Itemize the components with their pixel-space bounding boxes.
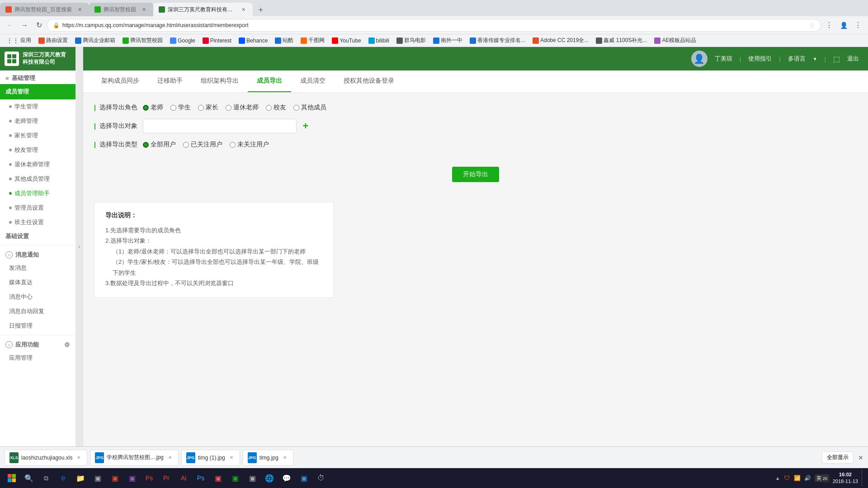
class-leader-item[interactable]: 班主任设置 — [0, 215, 75, 230]
taskbar-app5[interactable]: ▣ — [124, 470, 140, 486]
bookmark-qiuntu[interactable]: 千图网 — [298, 36, 327, 45]
tab-member-clear[interactable]: 成员清空 — [291, 70, 335, 92]
address-bar[interactable]: 🔒 ☆ — [47, 19, 821, 32]
role-alumni-option[interactable]: 校友 — [266, 103, 286, 112]
url-input[interactable] — [62, 22, 807, 28]
app-func-section[interactable]: ○ 应用功能 ⚙ — [0, 337, 75, 351]
tab-close-1[interactable]: ✕ — [76, 6, 84, 13]
bookmark-xinwei[interactable]: 鑫威 1100S补光... — [593, 36, 650, 45]
bookmark-zhankoo[interactable]: 站酷 — [272, 36, 296, 45]
role-student-option[interactable]: 学生 — [170, 103, 191, 112]
download-jpg3[interactable]: JPG timg.jpg ✕ — [243, 450, 293, 466]
basic-mgmt-section[interactable]: ≡ 基础管理 — [0, 70, 75, 84]
bookmark-ae[interactable]: AE模板品站品 — [651, 36, 699, 45]
bookmark-router[interactable]: 路由设置 — [36, 36, 71, 45]
browser-tab-1[interactable]: 腾讯智慧校园_百度搜索 ✕ — [0, 3, 89, 16]
taskbar-ie[interactable]: e — [55, 470, 71, 486]
taskbar-app12[interactable]: ▣ — [244, 470, 260, 486]
daily-report-item[interactable]: 日报管理 — [0, 319, 75, 333]
alumni-mgmt-item[interactable]: 校友管理 — [0, 143, 75, 157]
user-avatar[interactable]: 👤 — [691, 51, 708, 67]
taskbar-app9[interactable]: Ps — [193, 470, 209, 486]
logout-link[interactable]: 退出 — [847, 55, 859, 63]
role-teacher-radio[interactable] — [143, 105, 149, 111]
export-button[interactable]: 开始导出 — [452, 167, 499, 182]
taskbar-search[interactable]: 🔍 — [21, 470, 37, 486]
guide-link[interactable]: 使用指引 — [748, 55, 772, 63]
msg-notify-section[interactable]: ○ 消息通知 — [0, 247, 75, 261]
start-button[interactable] — [4, 470, 20, 486]
reload-button[interactable]: ↻ — [33, 19, 45, 32]
browser-tab-3[interactable]: 深圳三万英尺教育科技有限公司... ✕ — [153, 3, 253, 16]
type-unfollowed-radio[interactable] — [230, 142, 236, 148]
download-jpg2[interactable]: JPG timg (1).jpg ✕ — [181, 450, 240, 466]
browser-tab-2[interactable]: 腾讯智慧校园 ✕ — [89, 3, 153, 16]
bookmark-adobe[interactable]: Adobe CC 2019全... — [530, 36, 591, 45]
member-helper-item[interactable]: 成员管理助手 — [0, 186, 75, 201]
bookmark-pinterest[interactable]: Pinterest — [200, 37, 234, 45]
role-other-radio[interactable] — [293, 105, 299, 111]
other-members-item[interactable]: 其他成员管理 — [0, 172, 75, 186]
send-msg-item[interactable]: 发消息 — [0, 261, 75, 275]
type-all-radio[interactable] — [143, 142, 149, 148]
student-mgmt-item[interactable]: 学生管理 — [0, 99, 75, 114]
taskbar-app3[interactable]: ▣ — [90, 470, 106, 486]
taskbar-app8[interactable]: Ai — [175, 470, 192, 486]
download-xls-close[interactable]: ✕ — [75, 454, 82, 461]
type-all-option[interactable]: 全部用户 — [143, 141, 176, 149]
role-other-option[interactable]: 其他成员 — [293, 103, 326, 112]
teacher-mgmt-item[interactable]: 老师管理 — [0, 114, 75, 128]
taskbar-file-explorer[interactable]: 📁 — [72, 470, 89, 486]
bookmark-apps[interactable]: ⋮⋮ 应用 — [4, 36, 34, 45]
bookmark-youtube[interactable]: YouTube — [329, 37, 363, 45]
bookmark-google[interactable]: Google — [167, 37, 198, 45]
app-mgmt-item[interactable]: 应用管理 — [0, 351, 75, 365]
new-tab-button[interactable]: + — [255, 4, 267, 16]
type-followed-radio[interactable] — [183, 142, 189, 148]
tab-sync[interactable]: 架构成员同步 — [92, 70, 148, 92]
download-jpg2-close[interactable]: ✕ — [228, 454, 235, 461]
basic-settings-item[interactable]: 基础设置 — [0, 230, 75, 243]
taskbar-app4[interactable]: ▣ — [107, 470, 123, 486]
taskbar-app6[interactable]: Ps — [141, 470, 157, 486]
bookmark-movie[interactable]: 群鸟电影 — [394, 36, 429, 45]
tab-member-export[interactable]: 成员导出 — [248, 70, 291, 92]
role-parent-option[interactable]: 家长 — [198, 103, 218, 112]
star-icon[interactable]: ☆ — [809, 22, 815, 29]
auto-reply-item[interactable]: 消息自动回复 — [0, 304, 75, 319]
type-followed-option[interactable]: 已关注用户 — [183, 141, 222, 149]
taskbar-task-view[interactable]: ⧉ — [38, 470, 54, 486]
media-item[interactable]: 媒体直达 — [0, 275, 75, 290]
tab-org-export[interactable]: 组织架构导出 — [192, 70, 248, 92]
taskbar-speaker-icon[interactable]: 🔊 — [804, 475, 811, 481]
taskbar-app10[interactable]: ▣ — [210, 470, 226, 486]
close-downloads-button[interactable]: ✕ — [858, 454, 863, 461]
taskbar-ime[interactable]: 英 20 — [815, 474, 829, 482]
taskbar-antivirus-icon[interactable]: 🛡 — [784, 474, 790, 482]
forward-button[interactable]: → — [18, 19, 31, 32]
bookmark-tencent-mail[interactable]: 腾讯企业邮箱 — [72, 36, 118, 45]
taskbar-app14[interactable]: ⏱ — [313, 470, 329, 486]
bookmark-campus[interactable]: 腾讯智慧校园 — [120, 36, 165, 45]
bookmark-hk-media[interactable]: 香港传媒专业排名... — [467, 36, 528, 45]
member-mgmt-item[interactable]: 成员管理 — [0, 84, 75, 99]
download-jpg1-close[interactable]: ✕ — [166, 454, 174, 461]
taskbar-app11[interactable]: ▣ — [227, 470, 243, 486]
parent-mgmt-item[interactable]: 家长管理 — [0, 128, 75, 143]
bookmark-bilibili[interactable]: bilibili — [366, 37, 392, 45]
bookmark-nanwai[interactable]: 南外一中 — [430, 36, 465, 45]
role-alumni-radio[interactable] — [266, 105, 272, 111]
extensions-button[interactable]: ⋮ — [823, 19, 835, 32]
download-jpg3-close[interactable]: ✕ — [281, 454, 288, 461]
role-teacher-option[interactable]: 老师 — [143, 103, 163, 112]
type-unfollowed-option[interactable]: 未关注用户 — [230, 141, 269, 149]
taskbar-chrome[interactable]: 🌐 — [261, 470, 278, 486]
retired-mgmt-item[interactable]: 退休老师管理 — [0, 157, 75, 172]
taskbar-up-arrow[interactable]: ▲ — [775, 475, 780, 481]
language-link[interactable]: 多语言 — [788, 55, 806, 63]
download-xls[interactable]: XLS laoshizuzhujiagou.xls ✕ — [5, 450, 87, 466]
user-account-button[interactable]: 👤 — [837, 19, 850, 32]
role-parent-radio[interactable] — [198, 105, 204, 111]
role-retired-option[interactable]: 退休老师 — [226, 103, 259, 112]
admin-settings-item[interactable]: 管理员设置 — [0, 201, 75, 215]
